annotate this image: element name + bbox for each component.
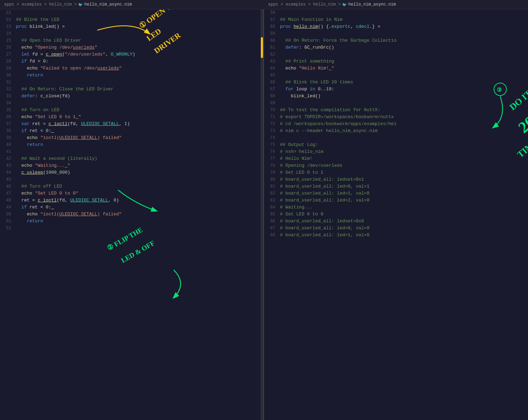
code-line: 65	[264, 72, 528, 79]
code-line: 68 blink_led()	[264, 93, 528, 100]
code-line: 44 c_usleep(1000_000)	[0, 169, 263, 176]
code-line: 84 # Waiting...	[264, 204, 528, 211]
code-line: 81 # board_userled_all: led=0, val=1	[264, 183, 528, 190]
code-line: 49 if ret < 0:	[0, 204, 263, 211]
code-line: 26 echo "Opening /dev/userleds"	[0, 44, 263, 51]
breadcrumb-left-file: hello_nim_async.nim	[84, 2, 132, 7]
code-line: 34	[0, 100, 263, 107]
code-line: 86 # board_userled_all: ledset=0x0	[264, 218, 528, 225]
code-line: 61 defer: GC_runOrc()	[264, 44, 528, 51]
code-line: 36 echo "Set LED 0 to 1 "	[0, 114, 263, 121]
code-line: 73 # nim c --header hello_nim_async.nim	[264, 127, 528, 134]
code-line: 74	[264, 134, 528, 141]
code-line: 27 let fd = c_open("/dev/userleds", O_WR…	[0, 51, 263, 58]
breadcrumb-right: apps > examples > hello_nim > 🐦 hello_ni…	[264, 0, 528, 9]
code-line: 83 # board_userled_all: led=2, val=0	[264, 197, 528, 204]
code-line: 67 for loop in 0..19:	[264, 86, 528, 93]
code-line: 40 return	[0, 141, 263, 148]
editor-container: 21 22 ## Blink the LED 23 proc blink_led…	[0, 9, 528, 420]
code-line: 39 echo "ioctl(ULEDIOC_SETALL) failed"	[0, 134, 263, 141]
code-line: 37 var ret = c_ioctl(fd, ULEDIOC_SETALL,…	[0, 121, 263, 127]
code-line: 62	[264, 51, 528, 58]
code-line: 70 ## To test the compilation for NuttX:	[264, 107, 528, 114]
breadcrumb-left-path: apps > examples > hello_nim >	[4, 2, 77, 7]
code-line: 32 ## On Return: Close the LED Driver	[0, 86, 263, 93]
code-line: 87 # board_userled_all: led=0, val=0	[264, 225, 528, 232]
code-line: 59	[264, 30, 528, 37]
code-line: 29 echo "Failed to open /dev/userleds"	[0, 65, 263, 72]
code-line: 71 # export TOPDIR=/workspaces/bookworm/…	[264, 114, 528, 121]
code-line: 88 # board_userled_all: led=1, val=0	[264, 232, 528, 239]
code-line: 57 ## Main Function in Nim	[264, 16, 528, 23]
code-line: 85 # Set LED 0 to 0	[264, 211, 528, 218]
code-line: 43 echo "Waiting... "	[0, 162, 263, 169]
code-line: 51 return	[0, 218, 263, 225]
code-line: 22 ## Blink the LED	[0, 16, 263, 23]
code-line: 47 echo "Set LED 0 to 0"	[0, 190, 263, 197]
left-scrollbar[interactable]	[261, 9, 263, 420]
code-line: 77 # Hello Nim!	[264, 155, 528, 162]
code-line: 50 echo "ioctl(ULEDIOC_SETALL) failed"	[0, 211, 263, 218]
code-line: 38 if ret < 0:	[0, 127, 263, 134]
code-line: 30 return	[0, 72, 263, 79]
svg-text:LED & OFF: LED & OFF	[119, 239, 156, 264]
code-line: 66 ## Blink the LED 20 times	[264, 79, 528, 86]
code-line: 35 ## Turn on LED	[0, 107, 263, 114]
nim-icon-right: 🐦	[342, 2, 347, 7]
code-line: 64 echo "Hello Nim! "	[264, 65, 528, 72]
code-line: 33 defer: c_close(fd)	[0, 93, 263, 100]
code-line: 41	[0, 148, 263, 155]
code-line: 42 ## Wait a second (literally)	[0, 155, 263, 162]
code-line: 78 # Opening /dev/userleds	[264, 162, 528, 169]
right-code-area[interactable]: 56 57 ## Main Function in Nim 58 proc he…	[264, 9, 528, 420]
code-line: 60 ## On Return: Force the Garbage Colle…	[264, 37, 528, 44]
code-line: 23 proc blink_led() =	[0, 23, 263, 30]
left-pane: 21 22 ## Blink the LED 23 proc blink_led…	[0, 9, 264, 420]
left-code-area[interactable]: 21 22 ## Blink the LED 23 proc blink_led…	[0, 9, 263, 420]
code-line: 79 # Set LED 0 to 1	[264, 169, 528, 176]
breadcrumb-right-file: hello_nim_async.nim	[348, 2, 396, 7]
code-line: 80 # board_userled_all: ledset=0x1	[264, 176, 528, 183]
code-line: 24	[0, 30, 263, 37]
breadcrumb-left: apps > examples > hello_nim > 🐦 hello_ni…	[0, 0, 264, 9]
code-line: 56	[264, 9, 528, 16]
code-line: 72 # cd /workspaces/bookworm/apps/exampl…	[264, 121, 528, 127]
code-line: 58 proc hello_nim() {.exportc, cdecl.} =	[264, 23, 528, 30]
breadcrumb-bar: apps > examples > hello_nim > 🐦 hello_ni…	[0, 0, 528, 9]
code-line: 76 # nsh> hello_nim	[264, 148, 528, 155]
code-line: 31	[0, 79, 263, 86]
code-line: 46 ## Turn off LED	[0, 183, 263, 190]
code-line: 21	[0, 9, 263, 16]
code-line: 25 ## Open the LED Driver	[0, 37, 263, 44]
code-line: 45	[0, 176, 263, 183]
code-line: 48 ret = c_ioctl(fd, ULEDIOC_SETALL, 0)	[0, 197, 263, 204]
breadcrumb-right-path: apps > examples > hello_nim >	[268, 2, 341, 7]
code-line: 63 ## Print something	[264, 58, 528, 65]
nim-icon-left: 🐦	[78, 2, 83, 7]
right-pane: 56 57 ## Main Function in Nim 58 proc he…	[264, 9, 528, 420]
left-scrollbar-thumb[interactable]	[261, 37, 263, 58]
code-line: 82 # board_userled_all: led=1, val=0	[264, 190, 528, 197]
code-line: 52	[0, 225, 263, 232]
code-line: 75 ## Output Log:	[264, 141, 528, 148]
code-line: 69	[264, 100, 528, 107]
code-line: 28 if fd < 0:	[0, 58, 263, 65]
